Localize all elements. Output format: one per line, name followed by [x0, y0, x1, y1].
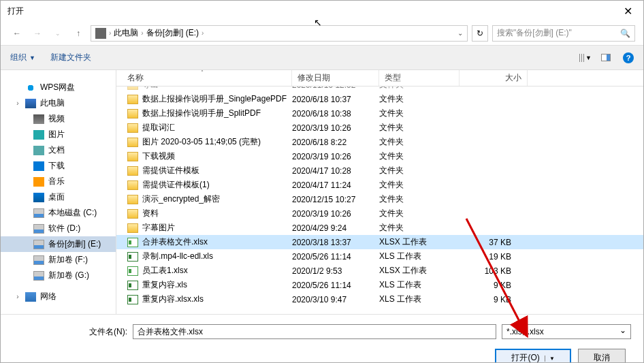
- file-type: 文件夹: [379, 136, 460, 148]
- disk-icon: [33, 224, 44, 234]
- file-type: 文件夹: [379, 208, 460, 219]
- sidebar-item[interactable]: 下载: [1, 158, 116, 174]
- sidebar-item-label: 新加卷 (F:): [48, 254, 88, 266]
- excel-icon: [127, 238, 138, 247]
- file-row[interactable]: 图片 2020-03-05 11;49;05 (完整)2020/6/18 8:2…: [116, 135, 643, 149]
- file-date: 2020/4/29 9:24: [292, 223, 379, 233]
- file-row[interactable]: 需提供证件模板(1)2020/4/17 11:24文件夹: [116, 178, 643, 192]
- file-date: 2020/3/19 10:26: [292, 152, 379, 161]
- preview-pane-button[interactable]: [601, 53, 613, 63]
- filetype-select[interactable]: *.xls;*.xlsx: [502, 324, 631, 339]
- breadcrumb-segment[interactable]: 备份[勿删] (E:): [146, 27, 199, 39]
- file-type: 文件夹: [379, 122, 460, 133]
- file-name: 数据上报操作说明手册_SinglePagePDF: [142, 93, 287, 105]
- sidebar-item[interactable]: ›此电脑: [1, 95, 116, 111]
- vid-icon: [33, 114, 44, 124]
- dl-icon: [33, 161, 44, 171]
- sidebar-item-label: WPS网盘: [40, 82, 75, 93]
- expand-icon[interactable]: ›: [14, 99, 21, 107]
- file-name: 下载视频: [142, 151, 175, 162]
- sidebar-item[interactable]: 新加卷 (F:): [1, 252, 116, 268]
- file-row[interactable]: 重复内容.xlsx.xls2020/3/10 9:47XLS 工作表9 KB: [116, 292, 643, 306]
- file-type: XLS 工作表: [379, 279, 460, 291]
- expand-icon[interactable]: ›: [14, 293, 21, 300]
- sidebar-item[interactable]: WPS网盘: [1, 80, 116, 95]
- disk-icon: [33, 240, 44, 249]
- column-name[interactable]: 名称: [116, 70, 292, 86]
- file-type: XLS 工作表: [379, 294, 460, 305]
- window-title: 打开: [7, 5, 619, 17]
- breadcrumb-segment[interactable]: 此电脑: [114, 27, 138, 39]
- search-input[interactable]: 搜索"备份[勿删] (E:)" 🔍: [492, 25, 635, 42]
- breadcrumb[interactable]: › 此电脑 › 备份[勿删] (E:) › ⌄: [91, 25, 468, 42]
- file-date: 2020/3/18 13:37: [292, 238, 379, 247]
- sidebar-item[interactable]: 视频: [1, 111, 116, 127]
- organize-button[interactable]: 组织 ▼: [10, 52, 35, 63]
- file-row[interactable]: 数据上报操作说明手册_SinglePagePDF2020/6/18 10:37文…: [116, 92, 643, 106]
- open-button[interactable]: 打开(O) ▼: [495, 349, 571, 363]
- file-date: 2020/3/10 9:47: [292, 295, 379, 304]
- file-name: 重复内容.xls: [142, 279, 187, 291]
- file-row[interactable]: 合并表格文件.xlsx2020/3/18 13:37XLSX 工作表37 KB: [116, 235, 643, 249]
- file-row[interactable]: 录制.mp4-llc-edl.xls2020/5/26 11:14XLS 工作表…: [116, 249, 643, 264]
- cancel-button[interactable]: 取消: [578, 349, 626, 363]
- file-row[interactable]: 提取词汇2020/3/19 10:26文件夹: [116, 121, 643, 135]
- sidebar-item[interactable]: 本地磁盘 (C:): [1, 205, 116, 221]
- desk-icon: [33, 193, 44, 202]
- column-headers[interactable]: ˄ 名称 修改日期 类型 大小: [116, 70, 643, 86]
- file-type: 文件夹: [379, 193, 460, 205]
- file-date: 2020/6/18 8:22: [292, 138, 379, 147]
- file-name: 合并表格文件.xlsx: [142, 236, 208, 248]
- disk-icon: [33, 208, 44, 218]
- sidebar-item[interactable]: 文档: [1, 142, 116, 158]
- file-name: 数据上报操作说明手册_SplitPDF: [142, 108, 261, 119]
- close-icon[interactable]: ✕: [619, 5, 637, 18]
- file-row[interactable]: 需提供证件模板2020/4/17 10:28文件夹: [116, 163, 643, 178]
- file-date: 2020/12/15 10:27: [292, 195, 379, 204]
- file-row[interactable]: 数据上报操作说明手册_SplitPDF2020/6/18 10:38文件夹: [116, 106, 643, 121]
- disk-icon: [33, 271, 44, 281]
- sidebar-item-label: 此电脑: [40, 97, 65, 109]
- file-type: 文件夹: [379, 86, 460, 91]
- sidebar-item[interactable]: 新加卷 (G:): [1, 268, 116, 283]
- chevron-down-icon[interactable]: ⌄: [457, 29, 463, 37]
- file-type: XLSX 工作表: [379, 236, 460, 248]
- sidebar-item-label: 网络: [40, 291, 57, 302]
- file-date: 2020/5/26 11:14: [292, 281, 379, 290]
- file-date: 2020/3/19 10:26: [292, 209, 379, 219]
- refresh-button[interactable]: ↻: [472, 25, 488, 42]
- sidebar-item[interactable]: ›网络: [1, 289, 116, 304]
- back-button[interactable]: ←: [9, 25, 25, 42]
- column-date[interactable]: 修改日期: [292, 70, 379, 86]
- new-folder-button[interactable]: 新建文件夹: [50, 52, 91, 63]
- file-row[interactable]: 重复内容.xls2020/5/26 11:14XLS 工作表9 KB: [116, 278, 643, 292]
- sidebar[interactable]: WPS网盘›此电脑视频图片文档下载音乐桌面本地磁盘 (C:)软件 (D:)备份[…: [1, 70, 116, 314]
- column-type[interactable]: 类型: [379, 70, 460, 86]
- file-row[interactable]: 下载视频2020/3/19 10:26文件夹: [116, 149, 643, 163]
- sidebar-item[interactable]: 音乐: [1, 174, 116, 189]
- sidebar-item[interactable]: 桌面: [1, 189, 116, 205]
- column-size[interactable]: 大小: [460, 70, 528, 86]
- file-row[interactable]: 演示_encrypted_解密2020/12/15 10:27文件夹: [116, 192, 643, 206]
- file-size: 9 KB: [460, 281, 528, 290]
- file-row[interactable]: 导出2020/11/10 12:02文件夹: [116, 86, 643, 92]
- file-row[interactable]: 字幕图片2020/4/29 9:24文件夹: [116, 221, 643, 235]
- sidebar-item[interactable]: 软件 (D:): [1, 221, 116, 236]
- file-row[interactable]: 资料2020/3/19 10:26文件夹: [116, 206, 643, 221]
- forward-button[interactable]: →: [29, 25, 46, 42]
- file-row[interactable]: 员工表1.xlsx2020/1/2 9:53XLSX 工作表103 KB: [116, 264, 643, 278]
- sidebar-item[interactable]: 备份[勿删] (E:): [1, 236, 116, 252]
- help-icon[interactable]: ?: [623, 52, 634, 63]
- file-name: 录制.mp4-llc-edl.xls: [142, 251, 213, 262]
- file-name: 图片 2020-03-05 11;49;05 (完整): [142, 136, 261, 148]
- net-icon: [25, 292, 36, 302]
- file-list[interactable]: 导出2020/11/10 12:02文件夹数据上报操作说明手册_SinglePa…: [116, 86, 643, 314]
- file-name: 提取词汇: [142, 122, 175, 133]
- sidebar-item[interactable]: 图片: [1, 127, 116, 142]
- file-size: 19 KB: [460, 252, 528, 262]
- filename-input[interactable]: [133, 324, 496, 339]
- up-button[interactable]: ↑: [70, 25, 86, 42]
- filename-label: 文件名(N):: [13, 326, 127, 338]
- view-mode-button[interactable]: ▼: [579, 53, 592, 63]
- history-dropdown[interactable]: ⌄: [50, 25, 66, 42]
